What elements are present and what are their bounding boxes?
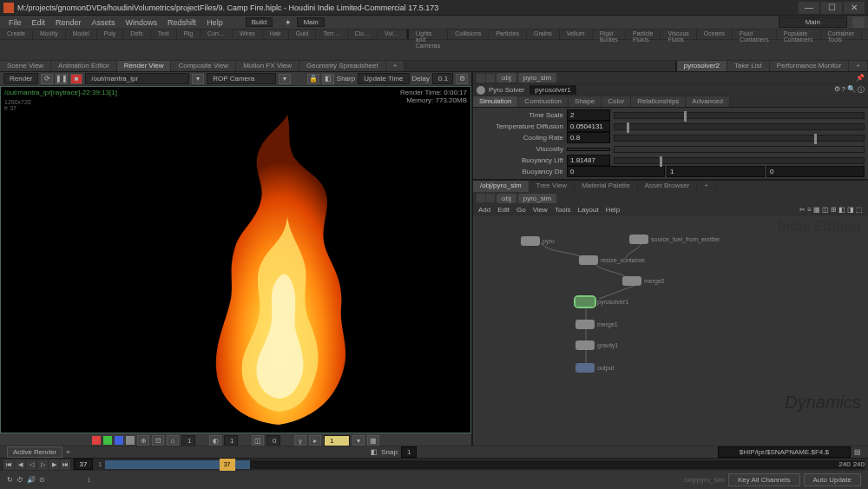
buoy-dir-x[interactable]	[567, 166, 665, 177]
net-path-node[interactable]: pyro_sim	[518, 194, 556, 203]
play-back-btn[interactable]: ◁	[26, 459, 36, 470]
snap-value[interactable]: 1	[401, 446, 417, 458]
pane-tab-motionfx[interactable]: Motion FX View	[236, 61, 299, 71]
desktop-selector[interactable]: Build	[246, 17, 273, 27]
delay-value[interactable]: 0.1	[432, 73, 453, 84]
tab-shape[interactable]: Shape	[569, 96, 602, 107]
menu-help[interactable]: Help	[201, 18, 228, 27]
zoom-value[interactable]: 1	[181, 435, 195, 446]
node-pyrosolver[interactable]: pyrosolver1	[575, 297, 628, 307]
net-tool-icon[interactable]: ◫	[822, 206, 829, 214]
shelf-tab[interactable]: Defs	[123, 30, 150, 39]
net-fwd-icon[interactable]	[486, 194, 495, 202]
menu-windows[interactable]: Windows	[121, 18, 163, 27]
channel-a-icon[interactable]	[126, 436, 135, 445]
pause-icon[interactable]: ❚❚	[56, 74, 68, 84]
expr-field[interactable]: $HIP/ipr/$SNAPNAME.$F4.$	[718, 446, 851, 458]
net-tab-tree[interactable]: Tree View	[529, 181, 575, 192]
menu-edit[interactable]: Edit	[27, 18, 51, 27]
pane-tab-geo-spreadsheet[interactable]: Geometry Spreadsheet	[299, 61, 386, 71]
net-path-obj[interactable]: obj	[496, 194, 516, 203]
current-frame-field[interactable]	[74, 459, 93, 470]
maximize-button[interactable]: ☐	[821, 2, 842, 14]
gamma-value[interactable]: 1	[324, 435, 350, 446]
menu-file[interactable]: File	[3, 18, 27, 27]
menu-redshift[interactable]: Redshift	[162, 18, 201, 27]
shelf-tab[interactable]: Populate Containers	[777, 30, 821, 39]
node-merge1[interactable]: merge1	[575, 320, 618, 329]
help-icon[interactable]: ?	[842, 85, 845, 95]
shelf-tab[interactable]: Text	[151, 30, 177, 39]
vp-menu-icon[interactable]: ▾	[352, 435, 365, 446]
lock-icon[interactable]: 🔒	[307, 74, 319, 84]
network-canvas[interactable]: Indie Edition Dynamics pyro source_fuel_…	[473, 215, 868, 447]
pin-icon[interactable]: 📌	[856, 74, 865, 82]
shelf-tab[interactable]: Guid	[289, 30, 317, 39]
menu-render[interactable]: Render	[50, 18, 87, 27]
snapshot-list-icon[interactable]: ▤	[854, 448, 861, 456]
render-label[interactable]: Render	[3, 73, 38, 84]
net-tab-path[interactable]: /obj/pyro_sim	[473, 181, 529, 192]
back-icon[interactable]	[477, 74, 485, 83]
net-tool-icon[interactable]: ◧	[838, 206, 845, 214]
minimize-button[interactable]: —	[799, 2, 819, 14]
crop-icon[interactable]: ◫	[252, 435, 264, 446]
loop-icon[interactable]: ↻	[7, 476, 13, 484]
net-back-icon[interactable]	[477, 194, 485, 202]
gear-icon[interactable]: ⚙	[834, 85, 840, 95]
render-viewport[interactable]: /out/mantra_ipr[raytrace]-22:39:13[1] Re…	[0, 86, 471, 433]
pane-tab-add[interactable]: +	[386, 61, 405, 71]
auto-update-btn[interactable]: Auto Update	[804, 473, 861, 486]
next-frame-btn[interactable]: ▶	[49, 459, 59, 470]
shelf-tab[interactable]: Particles	[489, 30, 527, 39]
shelf-tab[interactable]: Clo…	[348, 30, 378, 39]
refresh-icon[interactable]: ⟳	[41, 74, 53, 84]
net-menu-add[interactable]: Add	[478, 206, 490, 214]
menu-assets[interactable]: Assets	[87, 18, 121, 27]
home-icon[interactable]: ⌂	[167, 435, 179, 446]
net-tool-icon[interactable]: ◨	[847, 206, 854, 214]
shelf-tab[interactable]: Viscous Fluids	[661, 30, 696, 39]
shelf-tab[interactable]: Particle Fluids	[626, 30, 661, 39]
help-icon[interactable]	[852, 17, 865, 28]
buoy-lift-slider[interactable]	[614, 157, 865, 164]
channel-r-icon[interactable]	[92, 436, 101, 445]
tab-advanced[interactable]: Advanced	[686, 96, 730, 107]
fwd-icon[interactable]	[486, 74, 495, 83]
node-output[interactable]: output	[575, 363, 614, 373]
buoy-dir-y[interactable]	[667, 166, 765, 177]
tab-combustion[interactable]: Combustion	[518, 96, 569, 107]
node-resize[interactable]: resize_container	[579, 255, 645, 265]
right-tab-take-list[interactable]: Take List	[727, 61, 770, 71]
node-gravity[interactable]: gravity1	[575, 340, 619, 350]
play-icon[interactable]: ▸	[309, 435, 321, 446]
info-icon[interactable]: ⓘ	[858, 85, 865, 95]
fit-icon[interactable]: ⊡	[152, 435, 164, 446]
prev-frame-btn[interactable]: ◀	[15, 459, 25, 470]
net-tab-asset-browser[interactable]: Asset Browser	[638, 181, 698, 192]
bg-icon[interactable]: ▦	[367, 435, 379, 446]
shelf-tab[interactable]: Pyro FX	[862, 30, 868, 39]
shelf-tab[interactable]: Rigid Bodies	[593, 30, 626, 39]
net-menu-tools[interactable]: Tools	[555, 206, 571, 214]
shelf-tab[interactable]: Vol…	[378, 30, 407, 39]
search-icon[interactable]: 🔍	[847, 85, 856, 95]
shelf-tab[interactable]: Container Tools	[821, 30, 862, 39]
pane-tab-render-view[interactable]: Render View	[117, 61, 172, 71]
clock-icon[interactable]: ⊙	[39, 476, 45, 484]
play-fwd-btn[interactable]: ▷	[37, 459, 48, 470]
node-name-field[interactable]: pyrosolver1	[529, 85, 575, 95]
close-button[interactable]: ✕	[844, 2, 865, 14]
pane-tab-scene-view[interactable]: Scene View	[0, 61, 51, 71]
last-frame-btn[interactable]: ⏭	[60, 459, 70, 470]
camera-field[interactable]: ROP Camera	[207, 73, 276, 84]
net-tool-icon[interactable]: ⬚	[856, 206, 863, 214]
net-tool-icon[interactable]: ✂	[799, 206, 806, 214]
shelf-tab[interactable]: Hair	[263, 30, 289, 39]
net-tool-icon[interactable]: ▦	[813, 206, 820, 214]
shelf-tab[interactable]: Vellum	[560, 30, 593, 39]
tab-relationships[interactable]: Relationships	[631, 96, 686, 107]
channel-b-icon[interactable]	[115, 436, 123, 445]
viewer-selector[interactable]: Main	[779, 17, 847, 28]
net-menu-go[interactable]: Go	[516, 206, 526, 214]
